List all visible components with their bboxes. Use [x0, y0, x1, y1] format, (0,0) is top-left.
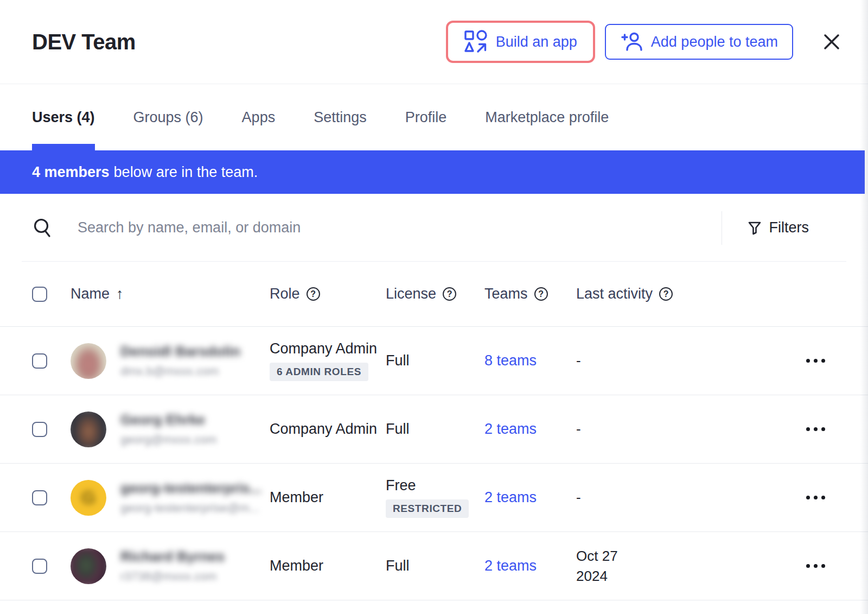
- license-help-icon[interactable]: ?: [443, 287, 456, 301]
- search-row: Filters: [0, 194, 868, 262]
- build-app-highlight: Build an app: [446, 21, 595, 63]
- row-checkbox[interactable]: [32, 422, 47, 437]
- add-people-to-team-button[interactable]: Add people to team: [605, 24, 793, 60]
- row-checkbox[interactable]: [32, 490, 47, 505]
- user-cell: Densidl Barsdolin dmx.b@mxxx.com: [71, 343, 270, 379]
- banner-text: below are in the team.: [114, 164, 258, 181]
- avatar: [71, 412, 106, 447]
- sort-ascending-icon: ↑: [116, 286, 124, 302]
- role-cell: Member: [270, 558, 386, 574]
- column-header-teams: Teams ?: [484, 286, 576, 302]
- user-name-blurred: Richard Byrnes: [120, 548, 225, 565]
- page-title: DEV Team: [32, 30, 136, 54]
- last-activity-year: 2024: [576, 566, 795, 586]
- filter-funnel-icon: [747, 220, 762, 236]
- admin-roles-badge[interactable]: 6 ADMIN ROLES: [270, 363, 368, 381]
- tab-groups[interactable]: Groups (6): [133, 84, 203, 150]
- row-menu-button[interactable]: [795, 496, 836, 499]
- tab-apps-label: Apps: [242, 109, 276, 126]
- restricted-badge: RESTRICTED: [386, 499, 469, 518]
- last-activity-cell: -: [576, 351, 795, 371]
- tab-profile-label: Profile: [405, 109, 447, 126]
- last-activity-help-icon[interactable]: ?: [659, 287, 673, 301]
- column-header-role: Role ?: [270, 286, 386, 302]
- members-info-banner: 4 members below are in the team.: [0, 150, 865, 194]
- table-header-row: Name ↑ Role ? License ? Teams ? Last act…: [0, 262, 868, 327]
- row-checkbox[interactable]: [32, 559, 47, 574]
- tab-apps[interactable]: Apps: [242, 84, 276, 150]
- user-email-blurred: dmx.b@mxxx.com: [120, 364, 240, 378]
- column-header-last-activity: Last activity ?: [576, 286, 795, 302]
- role-cell: Company Admin: [270, 421, 386, 438]
- team-settings-modal: DEV Team Build an app: [0, 0, 868, 614]
- last-activity-cell: Oct 27 2024: [576, 546, 795, 586]
- teams-link[interactable]: 8 teams: [484, 352, 537, 369]
- teams-link[interactable]: 2 teams: [484, 421, 537, 437]
- user-name-blurred: Densidl Barsdolin: [120, 343, 240, 360]
- role-cell: Member: [270, 489, 386, 506]
- tab-users-label: Users (4): [32, 109, 95, 126]
- role-help-icon[interactable]: ?: [307, 287, 320, 301]
- ellipsis-icon: [806, 427, 810, 431]
- user-email-blurred: georg-testenterprise@m...: [120, 501, 261, 515]
- teams-link[interactable]: 2 teams: [484, 558, 537, 574]
- license-header-label: License: [386, 286, 436, 302]
- avatar: G: [71, 480, 106, 516]
- teams-link[interactable]: 2 teams: [484, 489, 537, 505]
- tab-users[interactable]: Users (4): [32, 84, 95, 150]
- role-header-label: Role: [270, 286, 300, 302]
- avatar: [71, 548, 106, 584]
- build-app-label: Build an app: [496, 34, 577, 50]
- filters-label: Filters: [769, 219, 809, 236]
- table-row: Densidl Barsdolin dmx.b@mxxx.com Company…: [0, 327, 868, 395]
- user-cell: Richard Byrnes r3738@mxxx.com: [71, 548, 270, 584]
- license-cell: Full: [386, 421, 484, 438]
- filters-button[interactable]: Filters: [747, 219, 809, 236]
- column-header-license: License ?: [386, 286, 484, 302]
- build-an-app-button[interactable]: Build an app: [450, 24, 591, 59]
- banner-count: 4 members: [32, 164, 110, 181]
- teams-help-icon[interactable]: ?: [534, 287, 548, 301]
- user-email-blurred: r3738@mxxx.com: [120, 569, 225, 584]
- role-value: Company Admin: [270, 340, 377, 357]
- ellipsis-icon: [806, 496, 810, 499]
- row-menu-button[interactable]: [795, 359, 836, 363]
- user-name-blurred: georg-testenterpris...: [120, 480, 261, 497]
- header-actions: Build an app Add people to team: [446, 21, 844, 63]
- tab-groups-label: Groups (6): [133, 109, 203, 126]
- add-people-label: Add people to team: [651, 34, 778, 50]
- search-icon: [32, 217, 54, 239]
- name-header-label: Name: [71, 286, 110, 302]
- user-name-blurred: Georg Ehrke: [120, 412, 217, 428]
- user-cell: Georg Ehrke georg@mxxx.com: [71, 412, 270, 447]
- last-activity-cell: -: [576, 488, 795, 508]
- table-row: Richard Byrnes r3738@mxxx.com Member Ful…: [0, 532, 868, 600]
- tab-marketplace-profile[interactable]: Marketplace profile: [485, 84, 609, 150]
- tab-settings[interactable]: Settings: [314, 84, 367, 150]
- tab-bar: Users (4) Groups (6) Apps Settings Profi…: [0, 84, 868, 150]
- close-icon: [822, 32, 841, 52]
- table-row: Georg Ehrke georg@mxxx.com Company Admin…: [0, 395, 868, 464]
- ellipsis-icon: [806, 564, 810, 568]
- tab-settings-label: Settings: [314, 109, 367, 126]
- row-checkbox[interactable]: [32, 353, 47, 369]
- column-header-name[interactable]: Name ↑: [71, 286, 270, 302]
- tab-profile[interactable]: Profile: [405, 84, 447, 150]
- row-menu-button[interactable]: [795, 427, 836, 431]
- tab-marketplace-profile-label: Marketplace profile: [485, 109, 609, 126]
- close-button[interactable]: [819, 29, 844, 54]
- license-cell: Free RESTRICTED: [386, 477, 484, 518]
- license-value: Free: [386, 477, 416, 494]
- license-cell: Full: [386, 558, 484, 574]
- role-cell: Company Admin 6 ADMIN ROLES: [270, 340, 386, 381]
- ellipsis-icon: [806, 359, 810, 363]
- select-all-checkbox[interactable]: [32, 287, 47, 302]
- license-cell: Full: [386, 352, 484, 369]
- search-input[interactable]: [78, 219, 711, 236]
- modal-header: DEV Team Build an app: [0, 0, 868, 84]
- row-menu-button[interactable]: [795, 564, 836, 568]
- person-plus-icon: [620, 30, 643, 53]
- vertical-divider: [722, 211, 722, 245]
- build-app-shapes-icon: [464, 30, 488, 54]
- avatar: [71, 343, 106, 379]
